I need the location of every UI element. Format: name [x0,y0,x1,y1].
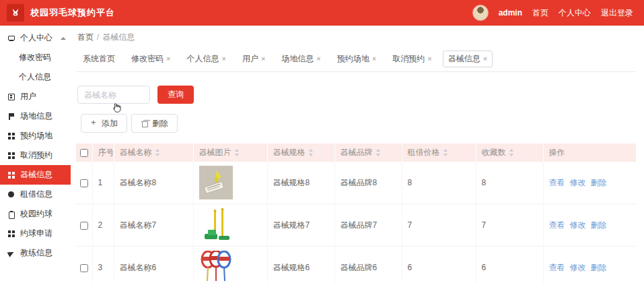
delete-button[interactable]: 删除 [131,114,178,133]
tab-personal-info[interactable]: 个人信息 [181,51,231,67]
search-row: 查询 [76,86,636,104]
close-tab-icon[interactable] [316,55,320,63]
breadcrumb-home[interactable]: 首页 [77,32,94,42]
shuttlecock-logo-icon [10,7,21,20]
avatar[interactable] [472,5,489,21]
sort-icon[interactable] [155,149,160,156]
tab-bar: 系统首页 修改密码 个人信息 用户 场地信息 预约场地 取消预约 器械信息 [76,51,636,72]
close-tab-icon[interactable] [166,55,170,63]
sidebar-item-coach-info[interactable]: 教练信息 [0,243,71,263]
nav-logout-link[interactable]: 退出登录 [601,7,633,19]
sidebar-item-reserve-venue[interactable]: 预约场地 [0,126,71,146]
cell-name: 器械名称6 [114,247,193,283]
cell-no: 2 [92,204,114,247]
sidebar-item-users[interactable]: 用户 [0,87,71,106]
search-button[interactable]: 查询 [157,86,194,104]
edit-link[interactable]: 修改 [570,178,586,187]
table-row: 2 器械名称7 器械规格7 器械品牌7 7 7 查看修改删除 [76,204,636,247]
sidebar-item-rental-info[interactable]: 租借信息 [0,185,71,204]
sidebar-item-personal-info[interactable]: 个人信息 [0,67,71,87]
sort-icon[interactable] [443,149,448,156]
sidebar-item-ball-application[interactable]: 约球申请 [0,224,71,243]
row-checkbox[interactable] [80,179,88,187]
sidebar-item-label: 取消预约 [20,150,52,161]
sidebar-item-label: 教练信息 [20,247,52,259]
close-tab-icon[interactable] [261,55,265,63]
view-link[interactable]: 查看 [549,263,565,272]
cell-brand: 器械品牌8 [334,162,402,204]
tab-label: 系统首页 [83,53,115,65]
sidebar-item-cancel-reservation[interactable]: 取消预约 [0,146,71,165]
paper-plane-icon [7,249,15,257]
sidebar-item-label: 个人中心 [20,32,52,44]
search-input[interactable] [77,86,150,104]
sort-icon[interactable] [509,149,514,156]
tab-change-password[interactable]: 修改密码 [126,51,176,67]
tab-label: 预约场地 [337,53,369,65]
grid-icon [7,230,15,238]
chevron-up-icon [61,37,66,40]
sidebar-item-label: 校园约球 [20,208,52,220]
sort-icon[interactable] [375,149,381,156]
cell-spec: 器械规格8 [267,162,334,204]
sidebar-item-label: 用户 [20,91,36,102]
row-checkbox[interactable] [80,222,88,230]
delete-link[interactable]: 删除 [591,220,607,230]
delete-link[interactable]: 删除 [591,178,607,187]
tab-users[interactable]: 用户 [237,51,271,67]
top-bar: 校园羽毛球预约平台 admin 首页 个人中心 退出登录 [0,0,644,26]
sort-icon[interactable] [308,149,314,156]
cell-favorites: 7 [476,204,543,247]
flag-icon [7,113,15,121]
select-all-checkbox[interactable] [80,149,88,157]
tab-label: 用户 [242,53,258,65]
column-price: 租借价格 [402,144,476,162]
cell-price: 6 [402,247,476,283]
view-link[interactable]: 查看 [549,220,565,230]
edit-link[interactable]: 修改 [570,220,586,230]
delete-link[interactable]: 删除 [591,263,607,272]
close-tab-icon[interactable] [372,55,376,63]
sidebar-item-personal-center[interactable]: 个人中心 [0,28,71,48]
app-logo [7,4,24,22]
sidebar-item-venue-info[interactable]: 场地信息 [0,106,71,126]
column-name: 器械名称 [114,144,193,162]
view-link[interactable]: 查看 [549,178,565,187]
breadcrumb-separator: / [97,32,99,42]
cell-name: 器械名称8 [114,162,193,204]
row-checkbox[interactable] [80,264,88,272]
edit-link[interactable]: 修改 [570,263,586,272]
sidebar-item-change-password[interactable]: 修改密码 [0,48,71,67]
grid-icon [7,132,15,140]
sidebar-item-label: 修改密码 [19,52,51,63]
sort-icon[interactable] [234,149,240,156]
cell-no: 3 [92,247,114,283]
tab-label: 个人信息 [186,53,219,65]
column-no: 序号 [92,144,114,162]
nav-profile-link[interactable]: 个人中心 [559,7,591,19]
tab-cancel-reservation[interactable]: 取消预约 [387,51,437,67]
breadcrumb-current: 器械信息 [102,32,135,42]
action-row: 添加 删除 [76,114,636,133]
add-button-label: 添加 [102,118,118,129]
nav-home-link[interactable]: 首页 [532,7,548,19]
tab-equipment-info[interactable]: 器械信息 [443,51,493,67]
add-button[interactable]: 添加 [81,114,127,133]
close-tab-icon[interactable] [483,55,487,63]
equipment-image-shuttlecock-tube [199,166,233,199]
tab-label: 场地信息 [281,53,314,65]
close-tab-icon[interactable] [221,55,225,63]
user-icon [7,93,15,101]
close-tab-icon[interactable] [427,55,431,63]
ball-icon [7,191,15,199]
monitor-icon [7,34,15,42]
table-header-row: 序号 器械名称 器械图片 器械规格 器械品牌 租借价格 收藏数 操作 [76,144,636,162]
cell-brand: 器械品牌7 [334,204,402,247]
sidebar-item-campus-ball[interactable]: 校园约球 [0,204,71,224]
tab-system-home[interactable]: 系统首页 [77,51,120,67]
sidebar-item-equipment-info[interactable]: 器械信息 [0,165,71,185]
tab-venue-info[interactable]: 场地信息 [276,51,326,67]
grid-icon [7,152,15,160]
tab-label: 取消预约 [392,53,425,65]
tab-reserve-venue[interactable]: 预约场地 [332,51,382,67]
